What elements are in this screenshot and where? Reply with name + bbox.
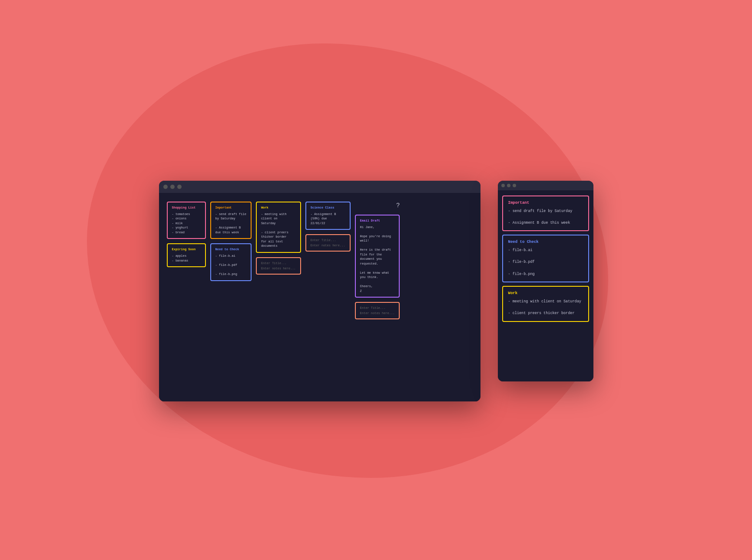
work-title-desktop: Work [261,206,296,209]
notes-col-1: Shopping List - tomatoes- onions- milk- … [167,202,206,268]
empty-card-col4-body-placeholder: Enter notes here... [311,244,345,247]
expiring-soon-card[interactable]: Expiring Soon - apples- bananas [167,243,206,267]
work-card-mobile[interactable]: Work - meeting with client on Saturday- … [502,286,589,322]
need-to-check-body-desktop: - file-b.ai- file-b.pdf- file-b.png [215,254,246,277]
desktop-content: Shopping List - tomatoes- onions- milk- … [159,193,480,401]
important-card-desktop[interactable]: Important - send draft fileby Saturday- … [210,202,252,239]
need-to-check-title-mobile: Need to Check [508,240,583,244]
important-title-mobile: Important [508,201,583,205]
empty-card-col5[interactable]: Enter Title... Enter notes here... [355,302,400,319]
empty-card-col5-body-placeholder: Enter notes here... [360,311,395,315]
science-class-title: Science Class [311,206,345,209]
shopping-list-card[interactable]: Shopping List - tomatoes- onions- milk- … [167,202,206,239]
empty-card-col5-title-placeholder: Enter Title... [360,306,395,310]
desktop-titlebar [159,181,480,193]
mobile-content: Important - send draft file by Saturday-… [498,190,593,381]
email-draft-title: Email Draft [360,219,395,222]
notes-col-3: Work - meeting withclient onSaturday- cl… [256,202,301,275]
notes-col-4: Science Class - Assignment B(50%) due22/… [305,202,351,252]
email-draft-body: Hi Jane,Hope you're doingwell!Here is th… [360,225,395,294]
mobile-dot-1 [501,184,505,187]
work-body-desktop: - meeting withclient onSaturday- client … [261,212,296,249]
empty-card-col3-body-placeholder: Enter notes here... [261,267,296,270]
titlebar-dot-yellow [170,185,175,189]
notes-col-2: Important - send draft fileby Saturday- … [210,202,252,281]
mobile-window: Important - send draft file by Saturday-… [498,181,593,381]
expiring-soon-body: - apples- bananas [172,254,201,263]
mobile-dot-2 [507,184,510,187]
work-body-mobile: - meeting with client on Saturday- clien… [508,299,583,317]
need-to-check-title-desktop: Need to Check [215,248,246,251]
important-title-desktop: Important [215,206,246,209]
titlebar-dot-green [177,185,182,189]
question-mark: ? [396,202,400,209]
need-to-check-card-mobile[interactable]: Need to Check - file-b.ai- file-b.pdf- f… [502,235,589,282]
important-card-mobile[interactable]: Important - send draft file by Saturday-… [502,196,589,232]
empty-card-col3-title-placeholder: Enter Title... [261,262,296,265]
work-card-desktop[interactable]: Work - meeting withclient onSaturday- cl… [256,202,301,253]
shopping-list-title: Shopping List [172,206,201,209]
shopping-list-body: - tomatoes- onions- milk- yoghurt- bread [172,212,201,235]
important-body-desktop: - send draft fileby Saturday- Assignment… [215,212,246,235]
need-to-check-body-mobile: - file-b.ai- file-b.pdf- file-b.png [508,248,583,277]
scene: Shopping List - tomatoes- onions- milk- … [159,159,593,401]
notes-grid: Shopping List - tomatoes- onions- milk- … [167,202,473,320]
science-class-body: - Assignment B(50%) due22/01/22 [311,212,345,226]
desktop-window: Shopping List - tomatoes- onions- milk- … [159,181,480,401]
empty-card-col4-title-placeholder: Enter Title... [311,239,345,242]
titlebar-dot-red [163,185,168,189]
mobile-dot-3 [513,184,516,187]
expiring-soon-title: Expiring Soon [172,248,201,251]
notes-col-5: ? Email Draft Hi Jane,Hope you're doingw… [355,202,400,320]
work-title-mobile: Work [508,291,583,295]
important-body-mobile: - send draft file by Saturday- Assignmen… [508,209,583,226]
email-draft-card[interactable]: Email Draft Hi Jane,Hope you're doingwel… [355,215,400,298]
need-to-check-card-desktop[interactable]: Need to Check - file-b.ai- file-b.pdf- f… [210,243,252,281]
mobile-titlebar [498,181,593,190]
empty-card-col4[interactable]: Enter Title... Enter notes here... [305,234,351,252]
empty-card-col3[interactable]: Enter Title... Enter notes here... [256,257,301,275]
science-class-card[interactable]: Science Class - Assignment B(50%) due22/… [305,202,351,230]
